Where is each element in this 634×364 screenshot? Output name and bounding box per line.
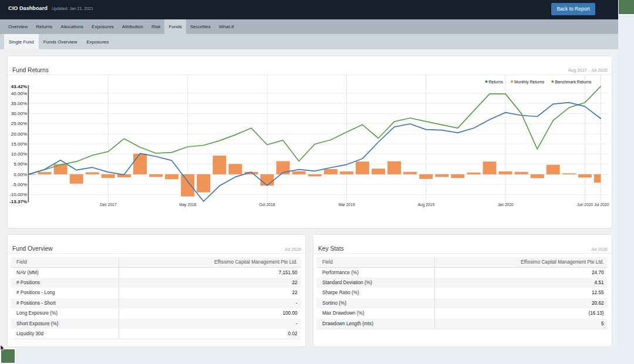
svg-text:-5.00%: -5.00%	[12, 182, 27, 187]
svg-text:Dec 2017: Dec 2017	[100, 203, 117, 207]
svg-text:Jul 2020: Jul 2020	[594, 203, 609, 207]
svg-text:30.00%: 30.00%	[11, 111, 27, 116]
svg-text:43.42%: 43.42%	[11, 84, 27, 89]
svg-text:Jan 2020: Jan 2020	[497, 203, 513, 207]
svg-text:Aug 2019: Aug 2019	[418, 203, 435, 207]
svg-text:-13.37%: -13.37%	[9, 199, 27, 204]
svg-text:Benchmark Returns: Benchmark Returns	[555, 80, 592, 84]
svg-text:Monthly Returns: Monthly Returns	[514, 80, 544, 85]
svg-text:20.00%: 20.00%	[11, 132, 27, 137]
svg-text:0.00%: 0.00%	[14, 172, 27, 177]
svg-text:40.00%: 40.00%	[11, 91, 27, 96]
svg-text:35.00%: 35.00%	[11, 101, 27, 106]
svg-text:Jun 2020: Jun 2020	[577, 203, 593, 207]
svg-text:25.00%: 25.00%	[11, 121, 27, 126]
svg-text:15.00%: 15.00%	[11, 141, 27, 147]
svg-text:-10.00%: -10.00%	[9, 192, 27, 197]
svg-text:5.00%: 5.00%	[14, 161, 27, 167]
svg-text:Returns: Returns	[488, 80, 503, 84]
svg-text:May 2018: May 2018	[179, 203, 196, 207]
svg-text:Mar 2019: Mar 2019	[338, 203, 355, 207]
svg-text:10.00%: 10.00%	[11, 151, 27, 157]
svg-text:Oct 2018: Oct 2018	[259, 203, 275, 207]
